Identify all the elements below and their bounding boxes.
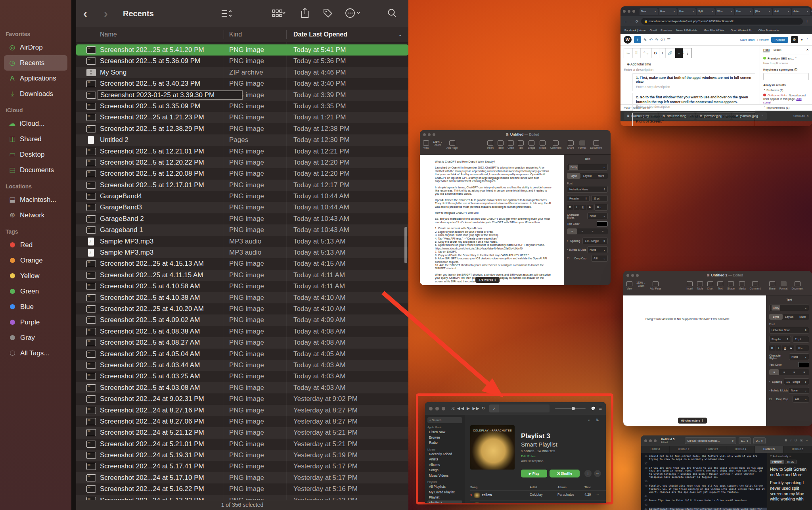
info-icon[interactable]: ⓘ (661, 37, 665, 42)
sidebar-item[interactable]: ⊛ Network (4, 207, 67, 223)
file-row[interactable]: Screenshot 202...5 at 12.21.01 PM PNG im… (76, 146, 408, 157)
share-button[interactable]: Share (768, 281, 775, 290)
file-row[interactable]: Screenshot 202...5 at 4.08.38 AM PNG ima… (76, 326, 408, 337)
format-icons[interactable]: B I U ⎘ » (785, 439, 809, 443)
view-button[interactable]: View (423, 140, 429, 149)
add-page-button[interactable]: Add Page (650, 281, 661, 290)
preview-tab[interactable]: Preview (770, 460, 784, 464)
bold-icon[interactable]: B (652, 48, 660, 58)
char-style-select[interactable]: None⌄ (587, 213, 608, 219)
doc-tab[interactable]: Untitled 4 (726, 446, 755, 453)
column-name[interactable]: Name (100, 27, 117, 42)
file-row[interactable]: Screenshot 202...5 at 12.20.22 PM PNG im… (76, 157, 408, 168)
file-row[interactable]: Screenshot 202...24 at 8.27.06 PM PNG im… (76, 416, 408, 427)
extensions-icon[interactable]: ⋮ (805, 19, 809, 23)
toolbar-button[interactable]: Table (498, 140, 504, 149)
sidebar-item[interactable]: Listen Now (427, 429, 462, 435)
more-icon[interactable]: ⋯ (594, 470, 601, 477)
title-bar[interactable]: 🗎 Untitled — Edited (420, 130, 611, 139)
add-total-time[interactable]: ⊕ Add total time (627, 62, 651, 66)
close-icon[interactable]: ✕ (806, 114, 809, 118)
file-row[interactable]: Screenshot 202...24 at 5.17.10 PM PNG im… (76, 472, 408, 483)
dropcap-select[interactable]: A≣⌄ (591, 255, 608, 262)
move-icons[interactable]: ⌃⌄ (641, 48, 652, 58)
file-row[interactable]: Screenshot 202...24 at 5.16.22 PM PNG im… (76, 483, 408, 495)
file-row[interactable]: Screenshot 202...5 at 5.36.09 PM PNG ima… (76, 56, 408, 67)
file-row[interactable]: Sample MP3.mp3 MP3 audio Today at 5:13 A… (76, 247, 408, 258)
settings-gear-icon[interactable]: ⚙ (791, 36, 798, 43)
document-button[interactable]: Document (590, 140, 602, 149)
file-row[interactable]: Screenshot 202...5 at 12.38.29 PM PNG im… (76, 123, 408, 134)
sidebar-item[interactable]: Music Videos (427, 473, 462, 479)
edit-rules-link[interactable]: Edit Rules (521, 454, 535, 458)
character-count[interactable]: 66 characters ⇕ (678, 418, 707, 424)
toolbar-button[interactable]: Insert (686, 281, 693, 290)
file-row[interactable]: GarageBand3 PNG image Today at 10:44 AM (76, 202, 408, 213)
search-sort-icons[interactable]: ⌕ ⇅ (588, 418, 601, 422)
show-all-button[interactable]: Show All (793, 114, 805, 118)
column-kind[interactable]: Kind (229, 27, 242, 42)
toolbar-button[interactable]: Insert (487, 140, 493, 149)
browser-tab[interactable]: Arian (792, 8, 810, 15)
bookmark-item[interactable]: Men After 40 Wor... (704, 29, 727, 32)
advanced-gear[interactable]: ⚙⌄ (594, 204, 608, 211)
sidebar-item[interactable]: Radio (427, 440, 462, 446)
doc-tab[interactable]: Untitled 6 (783, 446, 812, 453)
yoast-icon[interactable]: Y (801, 38, 803, 42)
file-row[interactable]: Screenshot 202...25 at 4.10.20 AM PNG im… (76, 303, 408, 314)
sidebar-item[interactable]: ◎ AirDrop (4, 40, 67, 55)
flavor-select[interactable]: GitHub Flavored Markdo...⇕ (685, 437, 736, 444)
back-icon[interactable]: ← (624, 19, 627, 23)
file-row[interactable]: Screenshot 202...5 at 3.40.23 PM PNG ima… (76, 78, 408, 89)
save-draft-button[interactable]: Save draft (740, 38, 754, 42)
bullets-select[interactable]: None⌄ (789, 387, 809, 394)
view-button[interactable]: View (626, 281, 632, 290)
bius-buttons[interactable]: BIUS (567, 205, 593, 210)
keyphrase-input[interactable] (763, 73, 809, 80)
step-item[interactable]: 3. Select either "Tile Window to Left of… (632, 113, 755, 126)
window-controls[interactable] (623, 10, 637, 13)
zoom-button[interactable]: 125% ⌄Zoom (433, 140, 442, 149)
close-icon[interactable]: ✕ (806, 48, 809, 52)
doc-tab[interactable]: Untitled 2 (670, 446, 698, 453)
sidebar-item[interactable]: Apple Music (427, 426, 462, 429)
sidebar-item[interactable]: Browse (427, 435, 462, 441)
sidebar-item[interactable]: Playlists (427, 481, 462, 483)
file-row[interactable]: My Song ZIP archive Today at 4:46 PM (76, 67, 408, 78)
advanced-gear[interactable]: ⚙⌄ (796, 345, 809, 351)
alignment-buttons[interactable]: ≡≡≡≡ (769, 369, 809, 375)
search-icon[interactable] (387, 8, 397, 18)
bookmark-item[interactable]: Facebook | Home (624, 29, 646, 32)
window-controls[interactable] (429, 407, 448, 410)
song-row[interactable]: ♥Bulletproof Heart My Chemical Romance D… (470, 500, 606, 503)
style-tabs[interactable]: StyleLayoutMore (567, 173, 608, 179)
toolbar-button[interactable]: Table (697, 281, 703, 290)
html-tab[interactable]: HTML (785, 460, 797, 464)
sidebar-item[interactable]: All Playlists (427, 484, 462, 490)
add-page-button[interactable]: Add Page (446, 140, 458, 149)
format-button[interactable]: Format (779, 281, 788, 290)
font-weight-select[interactable]: Regular⇕ (769, 336, 791, 343)
font-family-select[interactable]: Helvetica Neue⇕ (567, 186, 608, 193)
block-type-icon[interactable]: ≔ (624, 48, 633, 58)
font-family-select[interactable]: Helvetica Neue⇕ (769, 327, 809, 334)
sidebar-item[interactable]: Playlist 3 (427, 500, 462, 503)
file-row[interactable]: Screenshot 202...5 at 4.09.02 AM PNG ima… (76, 314, 408, 326)
font-size-select[interactable]: 11 pt (591, 195, 608, 202)
more-options-icon[interactable]: ⋮ (683, 48, 691, 58)
sidebar-tag-item[interactable]: Gray (4, 330, 67, 345)
alignment-buttons[interactable]: ≡≡≡≡ (567, 228, 608, 234)
edit-icon[interactable]: ✎ (643, 38, 647, 42)
font-weight-select[interactable]: Regular⇕ (567, 195, 590, 202)
file-row[interactable]: Screenshot 202...5 at 4.08.27 AM PNG ima… (76, 337, 408, 348)
step-item[interactable]: 1. First, make sure that both of the app… (632, 73, 755, 91)
char-style-select[interactable]: None⌄ (789, 353, 809, 360)
tab-block[interactable]: Block (774, 48, 781, 52)
file-row[interactable]: Screenshot 202...5 at 4.03.08 AM PNG ima… (76, 382, 408, 393)
toolbar-button[interactable]: Comment (750, 281, 761, 290)
spacing-select[interactable]: 1.0 - Single⇕ (582, 238, 608, 244)
browser-tab[interactable]: How (659, 8, 677, 15)
toolbar-button[interactable]: Media (539, 140, 546, 149)
group-view-icon[interactable] (272, 9, 285, 18)
sidebar-item[interactable]: Albums (427, 462, 462, 468)
